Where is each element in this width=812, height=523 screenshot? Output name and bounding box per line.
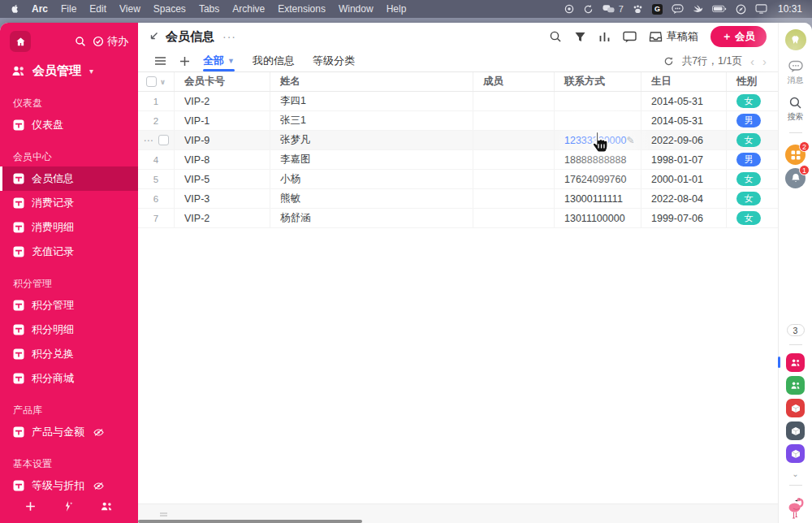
edit-pencil-icon[interactable]: ✎ bbox=[626, 135, 634, 146]
table-row[interactable]: ⋯ 2 VIP-1 张三1 ✎ 2014-05-31 男 bbox=[138, 111, 778, 131]
menubar-item[interactable]: Help bbox=[387, 3, 407, 15]
sidebar-item[interactable]: 产品与金额 bbox=[0, 420, 138, 444]
workspace-app-people[interactable] bbox=[786, 353, 805, 372]
menubar-item[interactable]: Archive bbox=[232, 3, 265, 15]
cell-member[interactable] bbox=[473, 92, 555, 110]
cell-contact[interactable]: 13011100000 ✎ bbox=[555, 209, 641, 227]
members-icon[interactable] bbox=[100, 501, 114, 512]
home-button[interactable] bbox=[10, 31, 31, 52]
cell-card-number[interactable]: VIP-2 bbox=[175, 92, 270, 110]
workspace-app-box[interactable] bbox=[786, 444, 805, 463]
chart-icon[interactable] bbox=[598, 31, 611, 43]
cell-card-number[interactable]: VIP-8 bbox=[175, 150, 270, 169]
sidebar-item[interactable]: 消费明细 bbox=[0, 215, 138, 240]
sidebar-item[interactable]: 会员信息 bbox=[0, 166, 138, 191]
cell-member[interactable] bbox=[473, 209, 555, 227]
menubar-item[interactable]: View bbox=[119, 3, 140, 15]
g-app-icon[interactable]: G bbox=[652, 4, 663, 15]
cell-contact[interactable]: 17624099760 ✎ bbox=[555, 170, 641, 188]
cell-birthday[interactable]: 2000-01-01 bbox=[641, 170, 727, 188]
view-tab[interactable]: 等级分类 ▼ bbox=[313, 50, 355, 71]
cell-member[interactable] bbox=[473, 189, 555, 208]
menubar-app-name[interactable]: Arc bbox=[32, 3, 48, 15]
table-row[interactable]: ⋯ 1 VIP-2 李四1 ✎ 2014-05-31 女 bbox=[138, 92, 778, 111]
cell-name[interactable]: 张三1 bbox=[270, 111, 473, 130]
magic-icon[interactable] bbox=[62, 500, 74, 512]
add-view-icon[interactable] bbox=[179, 56, 190, 67]
sidebar-item[interactable]: 积分商城 bbox=[0, 366, 138, 391]
workspace-switcher[interactable]: 会员管理 ▾ bbox=[0, 55, 138, 84]
view-tab[interactable]: 全部 ▼ bbox=[203, 50, 235, 71]
cell-gender[interactable]: 女 bbox=[727, 170, 778, 188]
add-member-button[interactable]: ＋ 会员 bbox=[710, 26, 767, 47]
view-list-icon[interactable] bbox=[154, 56, 166, 66]
cell-birthday[interactable]: 2014-05-31 bbox=[641, 92, 727, 110]
display-icon[interactable] bbox=[755, 4, 767, 14]
cell-name[interactable]: 张梦凡 bbox=[270, 131, 473, 149]
todo-button[interactable]: 待办 bbox=[93, 34, 128, 49]
menubar-item[interactable]: Tabs bbox=[199, 3, 219, 15]
chat-bubble-icon[interactable] bbox=[672, 4, 684, 15]
menubar-item[interactable]: Spaces bbox=[153, 3, 186, 15]
table-row[interactable]: ⋯ 3 VIP-9 张梦凡 12333330000 ✎ 2022-09-06 女 bbox=[138, 131, 778, 150]
cell-card-number[interactable]: VIP-5 bbox=[175, 170, 270, 188]
swift-bird-icon[interactable] bbox=[693, 4, 703, 14]
cell-gender[interactable]: 男 bbox=[727, 150, 778, 169]
row-menu-icon[interactable]: ⋯ bbox=[144, 135, 154, 146]
horizontal-scrollbar[interactable] bbox=[138, 520, 362, 523]
draftbox-button[interactable]: 草稿箱 bbox=[649, 29, 698, 44]
select-all-checkbox[interactable] bbox=[146, 76, 157, 87]
messages-bubble-icon[interactable] bbox=[788, 60, 803, 73]
cell-member[interactable] bbox=[473, 111, 555, 130]
refresh-icon[interactable] bbox=[663, 56, 674, 67]
menubar-item[interactable]: Window bbox=[339, 3, 374, 15]
table-row[interactable]: ⋯ 7 VIP-2 杨舒涵 13011100000 ✎ 1999-07-06 女 bbox=[138, 209, 778, 228]
user-avatar[interactable] bbox=[785, 29, 806, 50]
messages-icon[interactable] bbox=[603, 4, 615, 15]
paw-icon[interactable] bbox=[633, 4, 643, 15]
prev-page-icon[interactable]: ‹ bbox=[750, 54, 754, 68]
cell-gender[interactable]: 女 bbox=[727, 131, 778, 149]
table-row[interactable]: ⋯ 4 VIP-8 李嘉图 18888888888 ✎ 1998-01-07 男 bbox=[138, 150, 778, 170]
resize-handle-icon[interactable] bbox=[159, 509, 168, 519]
menubar-item[interactable]: Edit bbox=[89, 3, 106, 15]
record-icon[interactable] bbox=[564, 4, 574, 14]
rail-chevron-down-icon[interactable]: ⌄ bbox=[792, 469, 798, 478]
cell-member[interactable] bbox=[473, 170, 555, 188]
contact-value[interactable]: 17624099760 bbox=[564, 174, 626, 185]
cell-birthday[interactable]: 1999-07-06 bbox=[641, 209, 727, 227]
cell-name[interactable]: 熊敏 bbox=[270, 189, 473, 208]
sidebar-item[interactable]: 积分管理 bbox=[0, 293, 138, 318]
column-header[interactable]: 生日 bbox=[641, 72, 727, 91]
cell-birthday[interactable]: 2022-08-04 bbox=[641, 189, 727, 208]
collapse-arrow-icon[interactable] bbox=[148, 31, 159, 42]
compass-icon[interactable] bbox=[736, 4, 746, 15]
sidebar-search-icon[interactable] bbox=[75, 36, 86, 47]
sidebar-item[interactable]: 积分明细 bbox=[0, 318, 138, 342]
column-header[interactable]: 联系方式 bbox=[555, 72, 641, 91]
cell-gender[interactable]: 女 bbox=[727, 209, 778, 227]
next-page-icon[interactable]: › bbox=[762, 54, 767, 68]
cell-gender[interactable]: 女 bbox=[727, 189, 778, 208]
title-more-icon[interactable]: ··· bbox=[222, 30, 236, 43]
rail-search-icon[interactable] bbox=[788, 96, 802, 110]
cell-gender[interactable]: 男 bbox=[727, 111, 778, 130]
column-header[interactable]: 性别 bbox=[727, 72, 778, 91]
workspace-count-pill[interactable]: 3 bbox=[787, 324, 805, 336]
sidebar-item[interactable]: 等级与折扣 bbox=[0, 473, 138, 494]
contact-value[interactable]: 13000111111 bbox=[564, 193, 623, 205]
contact-value[interactable]: 13011100000 bbox=[564, 213, 625, 224]
table-row[interactable]: ⋯ 5 VIP-5 小杨 17624099760 ✎ 2000-01-01 女 bbox=[138, 170, 778, 189]
cell-card-number[interactable]: VIP-9 bbox=[175, 131, 270, 149]
cell-birthday[interactable]: 2022-09-06 bbox=[641, 131, 727, 149]
column-header[interactable]: 成员 bbox=[473, 72, 555, 91]
sidebar-item[interactable]: 消费记录 bbox=[0, 191, 138, 215]
cell-contact[interactable]: ✎ bbox=[555, 92, 641, 110]
cell-card-number[interactable]: VIP-1 bbox=[175, 111, 270, 130]
sidebar-item[interactable]: 充值记录 bbox=[0, 240, 138, 264]
apple-menu-icon[interactable] bbox=[10, 3, 20, 15]
cell-card-number[interactable]: VIP-2 bbox=[175, 209, 270, 227]
sidebar-add-icon[interactable] bbox=[24, 500, 37, 512]
search-icon[interactable] bbox=[549, 30, 562, 43]
cell-gender[interactable]: 女 bbox=[727, 92, 778, 110]
